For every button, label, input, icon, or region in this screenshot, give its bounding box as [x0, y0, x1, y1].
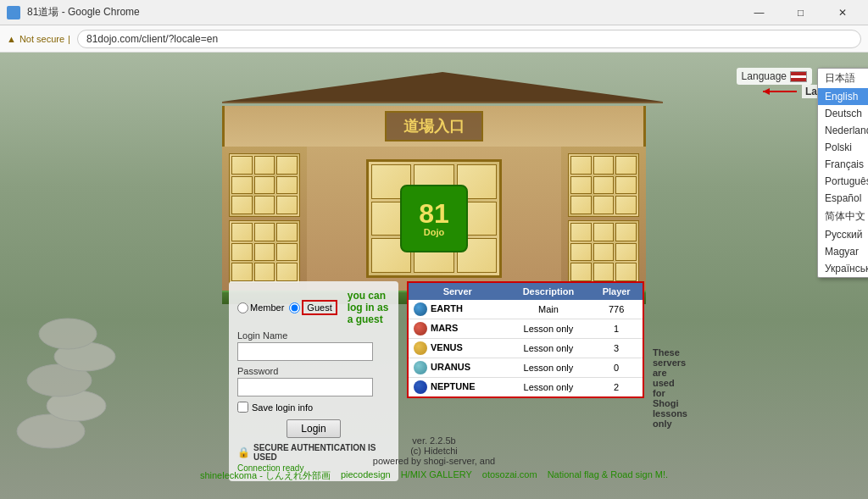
arrow-icon	[754, 86, 797, 97]
pane	[615, 176, 637, 195]
server-name-cell: MARS	[408, 319, 507, 339]
table-row[interactable]: MARSLesson only1	[408, 319, 643, 339]
pane	[593, 243, 615, 262]
logo-number: 81	[419, 200, 449, 227]
lang-option-uk[interactable]: Українська	[818, 260, 868, 277]
dojo-logo: 81 Dojo	[400, 185, 468, 252]
server-players-cell: 3	[590, 339, 643, 358]
language-dropdown[interactable]: 日本語 English Deutsch Nederlands Polski Fr…	[817, 68, 868, 278]
lang-option-nl[interactable]: Nederlands	[818, 122, 868, 139]
table-row[interactable]: NEPTUNELesson only2	[408, 378, 643, 398]
pane	[276, 223, 298, 241]
flag-icon	[790, 71, 807, 82]
pane	[593, 176, 615, 195]
password-input[interactable]	[237, 378, 373, 396]
footer-link[interactable]: shineleckoma - しんえれ外部画	[200, 469, 331, 482]
table-row[interactable]: URANUSLesson only0	[408, 358, 643, 378]
pane	[231, 243, 253, 262]
pane	[231, 223, 253, 241]
roof-svg	[222, 69, 663, 103]
language-section: Language 日本語 English Deutsch Nederlands …	[737, 68, 851, 85]
lang-option-ru[interactable]: Русский	[818, 226, 868, 243]
member-label: Member	[250, 302, 284, 313]
pane	[254, 196, 275, 214]
security-warning: ▲ Not secure |	[7, 34, 70, 44]
member-radio[interactable]	[237, 302, 248, 313]
lang-option-en[interactable]: English	[818, 88, 868, 105]
col-server: Server	[408, 282, 507, 300]
svg-marker-6	[222, 72, 663, 103]
lang-option-pt[interactable]: Português	[818, 173, 868, 190]
server-players-cell: 1	[590, 319, 643, 339]
col-player: Player	[590, 282, 643, 300]
pane	[570, 223, 592, 241]
pane	[276, 196, 298, 214]
member-radio-item: Member	[237, 302, 284, 313]
server-desc-cell: Lesson only	[507, 378, 591, 398]
table-row[interactable]: EARTHMain776	[408, 300, 643, 319]
footer-link[interactable]: piecodesign	[341, 469, 391, 482]
warning-icon: ▲	[7, 34, 16, 44]
maximize-button[interactable]: □	[782, 0, 820, 25]
table-header-row: Server Description Player	[408, 282, 643, 300]
svg-marker-9	[763, 88, 770, 95]
pane	[615, 243, 637, 262]
pane	[570, 196, 592, 214]
guest-radio[interactable]	[289, 302, 300, 313]
lang-option-pl[interactable]: Polski	[818, 139, 868, 156]
radio-group: Member Guest you can log in as a guest	[237, 290, 390, 325]
footer-link[interactable]: H/MIX GALLERY	[401, 469, 472, 482]
lang-option-fr[interactable]: Français	[818, 156, 868, 173]
pane	[254, 176, 275, 195]
save-login-checkbox[interactable]	[237, 402, 248, 413]
footer-version: ver. 2.2.5b	[0, 435, 868, 446]
server-desc-cell: Lesson only	[507, 319, 591, 339]
planet-neptune-icon	[414, 380, 427, 394]
main-area: 道場入口	[0, 53, 868, 499]
login-name-input[interactable]	[237, 342, 373, 361]
url-bar[interactable]: 81dojo.com/client/?locale=en	[77, 30, 861, 48]
pane	[593, 223, 615, 241]
lang-option-hu[interactable]: Magyar	[818, 243, 868, 260]
title-bar: 81道場 - Google Chrome — □ ✕	[0, 0, 868, 25]
pane	[615, 156, 637, 175]
password-label: Password	[237, 366, 390, 376]
pane	[276, 243, 298, 262]
pane	[570, 176, 592, 195]
address-bar: ▲ Not secure | 81dojo.com/client/?locale…	[0, 25, 868, 53]
planet-earth-icon	[414, 302, 427, 316]
left-window-bottom	[229, 220, 300, 284]
save-login-row: Save login info	[237, 402, 390, 413]
pane	[231, 196, 253, 214]
table-row[interactable]: VENUSLesson only3	[408, 339, 643, 358]
login-name-label: Login Name	[237, 330, 390, 341]
minimize-button[interactable]: —	[740, 0, 778, 25]
server-name-cell: NEPTUNE	[408, 378, 507, 398]
server-desc-cell: Lesson only	[507, 358, 591, 378]
lang-option-zh[interactable]: 简体中文	[818, 207, 868, 226]
server-players-cell: 776	[590, 300, 643, 319]
pane	[231, 263, 253, 281]
guest-note: you can log in as a guest	[348, 290, 390, 325]
guest-radio-item: Guest	[289, 300, 337, 315]
lang-option-ja[interactable]: 日本語	[818, 69, 868, 88]
footer-link[interactable]: National flag & Road sign M!.	[548, 469, 668, 482]
lang-option-de[interactable]: Deutsch	[818, 105, 868, 122]
right-window-bottom	[568, 220, 639, 284]
footer-links: shineleckoma - しんえれ外部画piecodesignH/MIX G…	[0, 469, 868, 482]
server-section: Server Description Player EARTHMain776MA…	[407, 281, 644, 398]
pane	[254, 243, 275, 262]
close-button[interactable]: ✕	[823, 0, 861, 25]
logo-text: Dojo	[424, 227, 444, 237]
pane	[231, 156, 253, 175]
browser-icon	[7, 6, 20, 19]
language-label: Language	[737, 68, 812, 85]
svg-point-4	[39, 319, 97, 349]
footer-link[interactable]: otosozai.com	[482, 469, 537, 482]
pane	[254, 223, 275, 241]
lang-option-es[interactable]: Español	[818, 190, 868, 207]
dojo-sign-area: 道場入口	[222, 106, 646, 147]
dojo-center: 81 Dojo	[307, 147, 561, 291]
server-name-cell: EARTH	[408, 300, 507, 319]
password-group: Password	[237, 366, 390, 396]
